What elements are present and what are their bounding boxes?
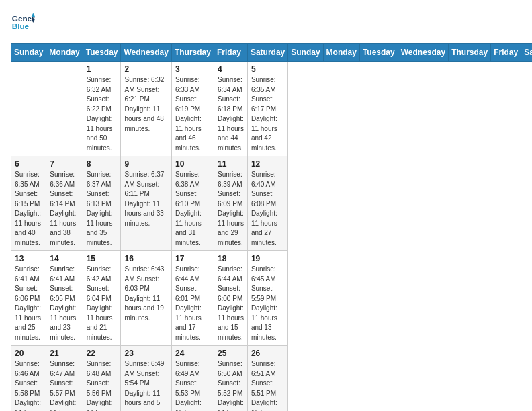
day-info: Sunrise: 6:42 AM Sunset: 6:04 PM Dayligh…: [87, 265, 118, 342]
calendar-cell: 23Sunrise: 6:49 AM Sunset: 5:54 PM Dayli…: [121, 346, 171, 412]
day-info: Sunrise: 6:32 AM Sunset: 6:21 PM Dayligh…: [124, 75, 167, 134]
day-info: Sunrise: 6:49 AM Sunset: 5:54 PM Dayligh…: [124, 359, 167, 411]
calendar-cell: [11, 62, 46, 156]
day-info: Sunrise: 6:37 AM Sunset: 6:11 PM Dayligh…: [124, 170, 167, 228]
day-number: 11: [218, 159, 244, 169]
day-of-week-header: Saturday: [247, 44, 287, 62]
day-number: 14: [50, 254, 79, 263]
day-of-week-header: Tuesday: [83, 44, 121, 62]
day-of-week-header: Thursday: [449, 44, 491, 62]
page-header: General Blue: [11, 11, 521, 35]
day-number: 17: [175, 254, 210, 263]
day-info: Sunrise: 6:50 AM Sunset: 5:52 PM Dayligh…: [218, 359, 244, 411]
day-info: Sunrise: 6:51 AM Sunset: 5:51 PM Dayligh…: [251, 359, 284, 411]
day-info: Sunrise: 6:45 AM Sunset: 5:59 PM Dayligh…: [251, 265, 284, 342]
day-number: 19: [251, 254, 284, 263]
day-number: 3: [175, 64, 210, 74]
day-info: Sunrise: 6:32 AM Sunset: 6:22 PM Dayligh…: [87, 75, 118, 153]
day-number: 6: [15, 159, 42, 169]
day-info: Sunrise: 6:48 AM Sunset: 5:56 PM Dayligh…: [87, 359, 118, 411]
day-info: Sunrise: 6:35 AM Sunset: 6:17 PM Dayligh…: [251, 75, 284, 153]
calendar-cell: 12Sunrise: 6:40 AM Sunset: 6:08 PM Dayli…: [247, 156, 287, 251]
calendar-cell: 7Sunrise: 6:36 AM Sunset: 6:14 PM Daylig…: [46, 156, 83, 251]
day-number: 12: [251, 159, 284, 169]
day-of-week-header: Friday: [491, 44, 521, 62]
calendar-cell: 17Sunrise: 6:44 AM Sunset: 6:01 PM Dayli…: [171, 251, 214, 346]
calendar-cell: 18Sunrise: 6:44 AM Sunset: 6:00 PM Dayli…: [214, 251, 247, 346]
day-number: 10: [175, 159, 210, 169]
day-number: 22: [87, 349, 118, 358]
calendar-cell: 15Sunrise: 6:42 AM Sunset: 6:04 PM Dayli…: [83, 251, 121, 346]
calendar-cell: 6Sunrise: 6:35 AM Sunset: 6:15 PM Daylig…: [11, 156, 46, 251]
day-of-week-header: Wednesday: [398, 44, 448, 62]
day-number: 20: [15, 349, 42, 358]
calendar-cell: 8Sunrise: 6:37 AM Sunset: 6:13 PM Daylig…: [83, 156, 121, 251]
calendar-cell: 3Sunrise: 6:33 AM Sunset: 6:19 PM Daylig…: [171, 62, 214, 156]
svg-text:Blue: Blue: [12, 21, 30, 30]
day-number: 13: [15, 254, 42, 263]
day-info: Sunrise: 6:37 AM Sunset: 6:13 PM Dayligh…: [87, 170, 118, 248]
day-of-week-header: Saturday: [521, 44, 532, 62]
day-info: Sunrise: 6:46 AM Sunset: 5:58 PM Dayligh…: [15, 359, 42, 411]
day-of-week-header: Friday: [214, 44, 247, 62]
calendar-cell: 13Sunrise: 6:41 AM Sunset: 6:06 PM Dayli…: [11, 251, 46, 346]
day-info: Sunrise: 6:44 AM Sunset: 6:00 PM Dayligh…: [218, 265, 244, 342]
day-number: 7: [50, 159, 79, 169]
day-number: 5: [251, 64, 284, 74]
day-of-week-header: Tuesday: [359, 44, 398, 62]
day-number: 2: [124, 64, 167, 74]
day-info: Sunrise: 6:39 AM Sunset: 6:09 PM Dayligh…: [218, 170, 244, 248]
day-number: 1: [87, 64, 118, 74]
calendar-cell: 14Sunrise: 6:41 AM Sunset: 6:05 PM Dayli…: [46, 251, 83, 346]
calendar-cell: 24Sunrise: 6:49 AM Sunset: 5:53 PM Dayli…: [171, 346, 214, 412]
day-info: Sunrise: 6:36 AM Sunset: 6:14 PM Dayligh…: [50, 170, 79, 248]
calendar-table: SundayMondayTuesdayWednesdayThursdayFrid…: [11, 43, 532, 411]
calendar-cell: 26Sunrise: 6:51 AM Sunset: 5:51 PM Dayli…: [247, 346, 287, 412]
calendar-header-row: SundayMondayTuesdayWednesdayThursdayFrid…: [11, 44, 533, 62]
calendar-cell: 1Sunrise: 6:32 AM Sunset: 6:22 PM Daylig…: [83, 62, 121, 156]
calendar-cell: 25Sunrise: 6:50 AM Sunset: 5:52 PM Dayli…: [214, 346, 247, 412]
day-info: Sunrise: 6:49 AM Sunset: 5:53 PM Dayligh…: [175, 359, 210, 411]
day-info: Sunrise: 6:33 AM Sunset: 6:19 PM Dayligh…: [175, 75, 210, 153]
day-of-week-header: Wednesday: [121, 44, 171, 62]
day-info: Sunrise: 6:41 AM Sunset: 6:05 PM Dayligh…: [50, 265, 79, 342]
calendar-cell: 20Sunrise: 6:46 AM Sunset: 5:58 PM Dayli…: [11, 346, 46, 412]
day-info: Sunrise: 6:40 AM Sunset: 6:08 PM Dayligh…: [251, 170, 284, 248]
calendar-cell: 21Sunrise: 6:47 AM Sunset: 5:57 PM Dayli…: [46, 346, 83, 412]
day-of-week-header: Monday: [323, 44, 359, 62]
day-number: 18: [218, 254, 244, 263]
calendar-week-row: 1Sunrise: 6:32 AM Sunset: 6:22 PM Daylig…: [11, 62, 533, 156]
calendar-cell: 4Sunrise: 6:34 AM Sunset: 6:18 PM Daylig…: [214, 62, 247, 156]
logo: General Blue: [11, 11, 35, 35]
calendar-cell: 2Sunrise: 6:32 AM Sunset: 6:21 PM Daylig…: [121, 62, 171, 156]
day-of-week-header: Sunday: [288, 44, 323, 62]
day-info: Sunrise: 6:38 AM Sunset: 6:10 PM Dayligh…: [175, 170, 210, 248]
day-of-week-header: Sunday: [11, 44, 46, 62]
day-number: 4: [218, 64, 244, 74]
day-number: 21: [50, 349, 79, 358]
day-of-week-header: Monday: [46, 44, 83, 62]
calendar-week-row: 13Sunrise: 6:41 AM Sunset: 6:06 PM Dayli…: [11, 251, 533, 346]
day-number: 25: [218, 349, 244, 358]
day-number: 9: [124, 159, 167, 169]
calendar-cell: 9Sunrise: 6:37 AM Sunset: 6:11 PM Daylig…: [121, 156, 171, 251]
day-number: 24: [175, 349, 210, 358]
day-info: Sunrise: 6:43 AM Sunset: 6:03 PM Dayligh…: [124, 265, 167, 323]
calendar-cell: 11Sunrise: 6:39 AM Sunset: 6:09 PM Dayli…: [214, 156, 247, 251]
calendar-cell: 19Sunrise: 6:45 AM Sunset: 5:59 PM Dayli…: [247, 251, 287, 346]
day-number: 16: [124, 254, 167, 263]
day-info: Sunrise: 6:44 AM Sunset: 6:01 PM Dayligh…: [175, 265, 210, 342]
calendar-cell: 22Sunrise: 6:48 AM Sunset: 5:56 PM Dayli…: [83, 346, 121, 412]
calendar-cell: 16Sunrise: 6:43 AM Sunset: 6:03 PM Dayli…: [121, 251, 171, 346]
day-info: Sunrise: 6:35 AM Sunset: 6:15 PM Dayligh…: [15, 170, 42, 248]
calendar-week-row: 6Sunrise: 6:35 AM Sunset: 6:15 PM Daylig…: [11, 156, 533, 251]
day-info: Sunrise: 6:41 AM Sunset: 6:06 PM Dayligh…: [15, 265, 42, 342]
day-info: Sunrise: 6:34 AM Sunset: 6:18 PM Dayligh…: [218, 75, 244, 153]
calendar-week-row: 20Sunrise: 6:46 AM Sunset: 5:58 PM Dayli…: [11, 346, 533, 412]
day-of-week-header: Thursday: [171, 44, 214, 62]
day-number: 15: [87, 254, 118, 263]
calendar-cell: 5Sunrise: 6:35 AM Sunset: 6:17 PM Daylig…: [247, 62, 287, 156]
day-number: 26: [251, 349, 284, 358]
logo-icon: General Blue: [11, 11, 35, 35]
day-number: 23: [124, 349, 167, 358]
